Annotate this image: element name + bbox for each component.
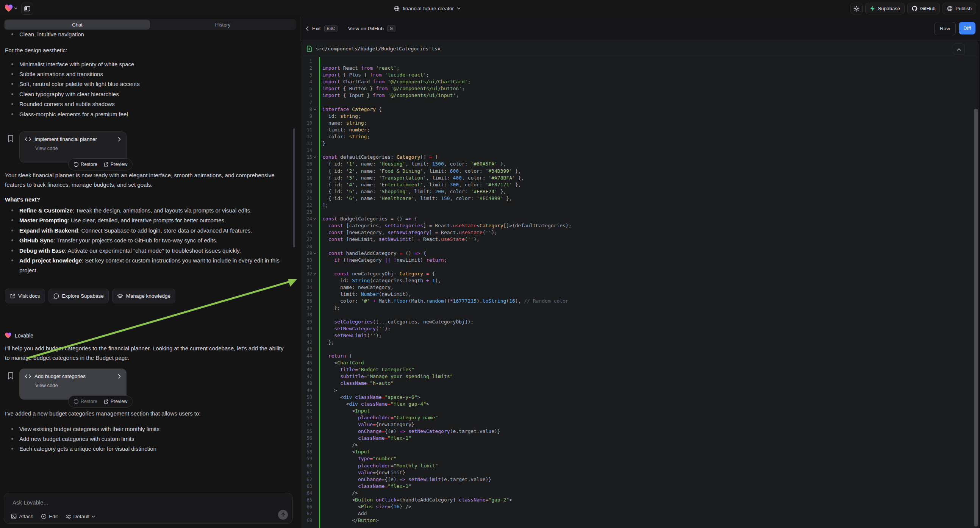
code-line: 29 const handleAddCategory = () => {: [301, 250, 971, 257]
restore-icon: [73, 162, 78, 167]
version-card-implement-financial-planner[interactable]: Implement financial planner View code: [19, 132, 127, 162]
list-item: Rounded corners and subtle shadows: [5, 99, 293, 109]
project-name: financial-future-creator: [402, 6, 454, 11]
diff-toggle-button[interactable]: Diff: [959, 22, 975, 35]
code-text: const defaultCategories: Category[] = [: [322, 154, 438, 161]
line-number: 35: [301, 291, 312, 298]
code-line: 53 placeholder="Category name": [301, 414, 971, 421]
edit-button[interactable]: Edit: [41, 514, 57, 519]
attach-button[interactable]: Attach: [11, 514, 33, 519]
tab-chat[interactable]: Chat: [5, 20, 150, 30]
code-text: <div className="flex gap-4">: [322, 401, 429, 407]
mode-select[interactable]: Default: [65, 514, 95, 519]
restore-label: Restore: [81, 162, 97, 167]
code-text: <Input: [322, 407, 370, 414]
list-item: Each category gets a unique color for vi…: [5, 444, 288, 454]
chat-scrollbar[interactable]: [293, 129, 295, 247]
code-line: 39 setCategories([...categories, newCate…: [301, 318, 971, 325]
fold-chevron-icon[interactable]: [313, 252, 316, 254]
send-button[interactable]: [278, 510, 288, 520]
line-number: 37: [301, 305, 312, 311]
bookmark-icon[interactable]: [8, 372, 14, 380]
toggle-sidebar-button[interactable]: [21, 3, 33, 15]
view-code-link[interactable]: View code: [35, 145, 121, 151]
view-on-github-button[interactable]: View on GitHub G: [348, 25, 396, 32]
bullet-text: Soft, neutral color palette with light b…: [19, 81, 140, 87]
arrow-up-icon: [281, 512, 285, 517]
project-switcher[interactable]: financial-future-creator: [394, 0, 461, 17]
collapse-file-button[interactable]: [953, 44, 965, 55]
panel-left-icon: [24, 6, 30, 11]
next-item-text: Expand with Backend: Connect Supabase to…: [19, 226, 252, 235]
tab-history[interactable]: History: [150, 20, 296, 30]
line-number: 10: [301, 120, 312, 127]
mode-label: Default: [73, 514, 90, 519]
graduation-cap-icon: [117, 294, 123, 299]
line-number: 64: [301, 490, 312, 496]
line-number: 53: [301, 414, 312, 421]
edit-label: Edit: [49, 514, 57, 519]
next-item-text: Master Prompting: Use clear, detailed, a…: [19, 216, 226, 225]
code-text: { id: '2', name: 'Food & Dining', limit:…: [322, 168, 521, 175]
chevron-right-icon[interactable]: [118, 137, 121, 142]
view-code-link[interactable]: View code: [35, 383, 121, 388]
code-text: };: [322, 305, 340, 311]
explore-supabase-button[interactable]: Explore Supabase: [48, 289, 109, 304]
code-text: limit: Number(newLimit),: [322, 291, 411, 298]
code-text: <ChartCard: [322, 359, 364, 366]
bullet-icon: [11, 250, 13, 251]
bullet-icon: [11, 93, 13, 95]
code-line: 49 >: [301, 387, 971, 394]
github-button[interactable]: GitHub: [907, 3, 940, 14]
chevron-down-icon: [457, 7, 461, 10]
publish-button[interactable]: Publish: [942, 3, 976, 14]
code-text: color: '#' + Math.floor(Math.random()*16…: [322, 298, 569, 305]
line-number: 48: [301, 380, 312, 387]
visit-docs-button[interactable]: Visit docs: [5, 289, 45, 304]
lovable-logo-icon[interactable]: [5, 5, 13, 12]
line-number: 19: [301, 181, 312, 188]
preview-button[interactable]: Preview: [103, 162, 127, 167]
exit-button[interactable]: Exit ESC: [306, 25, 337, 32]
file-path: src/components/budget/BudgetCategories.t…: [316, 46, 441, 51]
bullet-icon: [11, 428, 13, 430]
code-scrollbar[interactable]: [974, 109, 978, 526]
restore-button-disabled[interactable]: Restore: [73, 399, 97, 404]
next-item-text: Debug with Ease: Activate our experiment…: [19, 246, 241, 256]
settings-button[interactable]: [850, 3, 862, 14]
file-path-bar[interactable]: src/components/budget/BudgetCategories.t…: [301, 41, 978, 57]
line-number: 63: [301, 483, 312, 490]
chevron-right-icon[interactable]: [118, 374, 121, 379]
composer-input[interactable]: Ask Lovable...: [13, 499, 48, 506]
fold-chevron-icon[interactable]: [313, 108, 316, 111]
fold-chevron-icon[interactable]: [313, 218, 316, 220]
code-text: import React from 'react';: [322, 65, 400, 72]
code-line: 59 type="number": [301, 455, 971, 462]
line-number: 22: [301, 202, 312, 209]
github-icon: [912, 6, 918, 11]
code-line: 66 <Plus size={16} />: [301, 503, 971, 510]
code-line: 68 </Button>: [301, 517, 971, 524]
supabase-button[interactable]: Supabase: [865, 3, 905, 14]
bookmark-icon[interactable]: [8, 135, 14, 142]
list-item: Refine & Customize: Tweak the design, an…: [5, 206, 288, 216]
manage-knowledge-button[interactable]: Manage knowledge: [112, 289, 175, 304]
code-line: 47 subtitle="Manage your spending limits…: [301, 373, 971, 380]
code-icon: [25, 137, 31, 141]
external-link-icon: [103, 399, 108, 404]
code-line: 15const defaultCategories: Category[] = …: [301, 154, 971, 161]
line-number: 3: [301, 72, 312, 78]
workspace-chevron-down-icon[interactable]: [14, 7, 18, 10]
fold-chevron-icon[interactable]: [313, 273, 316, 275]
version-card-add-budget-categories[interactable]: Add budget categories View code: [19, 369, 127, 399]
chevron-up-icon: [957, 48, 961, 51]
code-text: { id: '4', name: 'Entertainment', limit:…: [322, 181, 521, 188]
fold-chevron-icon[interactable]: [313, 156, 316, 158]
next-item-label: Add project knowledge: [19, 257, 82, 264]
restore-button[interactable]: Restore: [73, 162, 97, 167]
code-line: 19 { id: '4', name: 'Entertainment', lim…: [301, 181, 971, 188]
assistant-name: Lovable: [15, 332, 33, 339]
raw-toggle-button[interactable]: Raw: [934, 22, 956, 35]
code-line: 63 className="flex-1": [301, 483, 971, 490]
preview-button[interactable]: Preview: [103, 399, 127, 404]
